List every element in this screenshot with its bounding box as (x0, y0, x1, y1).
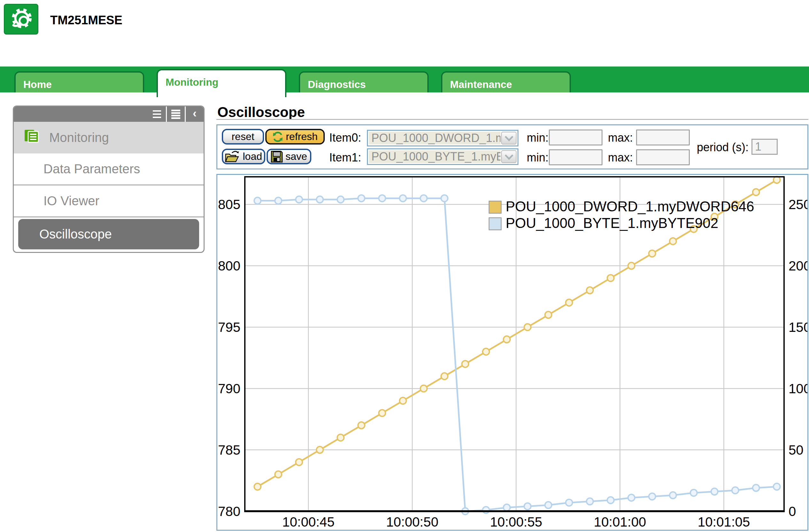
brand-logo (4, 4, 38, 35)
tab-label: Monitoring (158, 76, 218, 97)
series-marker (753, 189, 759, 195)
item0-max-input[interactable] (636, 130, 690, 145)
load-button[interactable]: load (222, 149, 265, 164)
item0-dropdown-button[interactable] (501, 132, 517, 144)
title-divider (217, 119, 808, 120)
collapse-sidebar-button[interactable]: ‹ (185, 106, 204, 122)
series-marker (275, 471, 281, 478)
series-marker (690, 490, 697, 496)
series-marker (316, 447, 323, 453)
series-marker (399, 397, 406, 404)
series-marker (316, 196, 323, 203)
tab-home[interactable]: Home (14, 71, 144, 92)
tab-diagnostics[interactable]: Diagnostics (299, 71, 429, 92)
refresh-button[interactable]: refresh (265, 129, 325, 144)
legend-label: POU_1000_BYTE_1.myBYTE902 (506, 215, 718, 231)
series-marker (441, 373, 448, 379)
tab-label: Diagnostics (300, 79, 366, 92)
left-axis-tick-label: 1785 (217, 443, 240, 458)
series-marker (254, 483, 261, 490)
series-marker (296, 459, 303, 465)
period-label: period (s): (697, 141, 748, 154)
device-name: TM251MESE (50, 14, 122, 27)
item1-select[interactable]: POU_1000_BYTE_1.myB (367, 148, 518, 165)
series-marker (254, 197, 261, 204)
oscilloscope-chart-panel: 1780178517901795180018050501001502002501… (217, 174, 808, 531)
series-marker (670, 492, 676, 499)
tab-maintenance[interactable]: Maintenance (441, 71, 571, 92)
series-marker (545, 311, 552, 318)
series-marker (399, 195, 406, 202)
series-marker (670, 238, 676, 244)
save-button[interactable]: save (266, 149, 311, 164)
tab-label: Home (16, 79, 52, 92)
series-marker (566, 499, 572, 506)
series-marker (587, 498, 593, 505)
item0-max-label: max: (608, 131, 633, 144)
sidebar-item-monitoring[interactable]: Monitoring (14, 122, 204, 153)
sidebar-item-oscilloscope[interactable]: Oscilloscope (18, 219, 199, 250)
item1-max-input[interactable] (636, 149, 690, 165)
documents-icon (24, 129, 41, 147)
series-marker (420, 385, 427, 392)
series-marker (628, 262, 635, 269)
series-marker (483, 507, 489, 513)
item0-min-label: min: (527, 131, 549, 144)
page-title: Oscilloscope (217, 104, 305, 120)
left-axis-tick-label: 1800 (217, 258, 240, 273)
series-marker (503, 336, 510, 343)
x-axis-tick-label: 10:00:50 (386, 514, 438, 529)
series-marker (275, 197, 281, 204)
right-axis-tick-label: 250 (789, 197, 807, 212)
series-marker (545, 502, 552, 508)
legend-label: POU_1000_DWORD_1.myDWORD646 (506, 199, 754, 214)
right-axis-tick-label: 200 (789, 258, 807, 273)
floppy-disk-icon (271, 151, 283, 163)
series-marker (420, 195, 427, 202)
series-marker (462, 361, 469, 367)
right-axis-tick-label: 0 (789, 504, 796, 519)
left-axis-tick-label: 1790 (217, 381, 240, 396)
item1-dropdown-button[interactable] (501, 150, 517, 163)
tab-label: Maintenance (442, 79, 512, 92)
item0-select[interactable]: POU_1000_DWORD_1.m (367, 130, 518, 147)
menu-lines-icon[interactable] (148, 106, 166, 122)
series-marker (566, 299, 572, 306)
item1-label: Item1: (329, 151, 361, 164)
legend-swatch (489, 218, 501, 230)
series-marker (774, 483, 780, 490)
tab-monitoring[interactable]: Monitoring (157, 69, 287, 97)
item1-selected-value: POU_1000_BYTE_1.myB (369, 150, 501, 163)
sidebar-item-io-viewer[interactable]: IO Viewer (14, 185, 204, 218)
legend-swatch (489, 201, 501, 213)
sidebar-item-label: IO Viewer (44, 194, 99, 208)
series-marker (524, 503, 531, 510)
oscilloscope-chart: 1780178517901795180018050501001502002501… (217, 175, 807, 530)
series-marker (337, 434, 344, 441)
series-marker (524, 324, 531, 330)
tab-bar: HomeMonitoringDiagnosticsMaintenance (0, 67, 809, 92)
item0-min-input[interactable] (549, 130, 603, 145)
sidebar-item-label: Data Parameters (44, 162, 140, 176)
x-axis-tick-label: 10:01:00 (594, 514, 646, 529)
period-input[interactable] (752, 139, 778, 155)
gear-icon (8, 7, 35, 32)
page: TM251MESE HomeMonitoringDiagnosticsMaint… (0, 0, 809, 532)
open-folder-icon (225, 150, 240, 163)
item1-min-label: min: (527, 151, 549, 164)
menu-dense-icon[interactable] (166, 106, 185, 122)
x-axis-tick-label: 10:00:45 (282, 514, 334, 529)
sidebar-header: ‹ (14, 106, 204, 122)
sidebar-item-data-parameters[interactable]: Data Parameters (14, 153, 204, 185)
series-marker (296, 196, 303, 203)
right-axis-tick-label: 150 (789, 320, 807, 335)
series-marker (607, 497, 614, 503)
chevron-left-icon: ‹ (193, 108, 196, 119)
item1-min-input[interactable] (549, 149, 603, 165)
series-marker (503, 504, 510, 511)
x-axis-tick-label: 10:00:55 (490, 514, 543, 529)
series-marker (358, 422, 365, 429)
reset-button[interactable]: reset (222, 129, 264, 144)
series-marker (441, 195, 448, 202)
series-marker (628, 494, 635, 501)
